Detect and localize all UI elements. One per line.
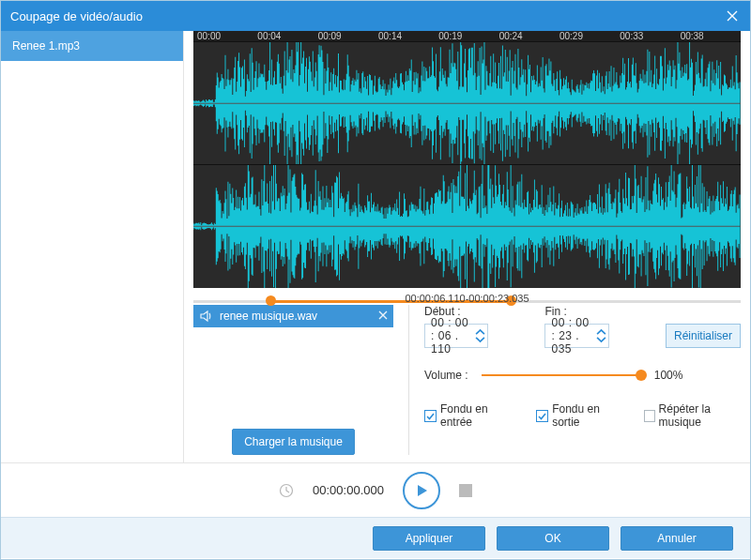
stop-button[interactable] — [459, 484, 472, 497]
sidebar: Renee 1.mp3 — [1, 31, 184, 462]
range-label: 00:00:06.110-00:00:23.035 — [405, 293, 529, 304]
remove-music-icon[interactable] — [378, 310, 388, 323]
title-bar: Coupage de vidéo/audio — [1, 1, 750, 31]
repeat-label: Répéter la musique — [659, 402, 741, 429]
reset-button[interactable]: Réinitialiser — [666, 324, 741, 348]
timeline-ruler: 00:0000:0400:0900:1400:1900:2400:2900:33… — [193, 31, 741, 41]
fade-out-checkbox[interactable]: Fondu en sortie — [536, 402, 616, 429]
spin-down-icon[interactable] — [596, 336, 606, 343]
fade-out-label: Fondu en sortie — [552, 402, 616, 429]
spin-up-icon[interactable] — [475, 328, 485, 336]
waveform-channel-left — [193, 41, 741, 164]
ruler-tick: 00:33 — [620, 31, 680, 41]
start-time-value: 00 : 00 : 06 . 110 — [431, 316, 469, 356]
repeat-checkbox[interactable]: Répéter la musique — [644, 402, 741, 429]
ok-button[interactable]: OK — [497, 526, 609, 551]
ruler-tick: 00:24 — [499, 31, 559, 41]
play-button[interactable] — [403, 472, 440, 509]
ruler-tick: 00:19 — [438, 31, 498, 41]
checkbox-icon — [644, 410, 654, 422]
speaker-icon — [199, 309, 214, 324]
ruler-tick: 00:00 — [197, 31, 257, 41]
volume-value: 100% — [654, 369, 683, 382]
volume-slider[interactable] — [482, 369, 641, 382]
waveform-area[interactable] — [193, 41, 741, 288]
transport-bar: 00:00:00.000 — [1, 462, 750, 517]
sidebar-item-file[interactable]: Renee 1.mp3 — [1, 31, 183, 61]
bottom-bar: Appliquer OK Annuler — [1, 517, 750, 558]
cancel-button[interactable]: Annuler — [621, 526, 733, 551]
window-title: Coupage de vidéo/audio — [10, 9, 143, 23]
volume-handle[interactable] — [636, 370, 647, 381]
ruler-tick: 00:09 — [318, 31, 378, 41]
start-time-input[interactable]: 00 : 00 : 06 . 110 — [424, 324, 488, 348]
checkbox-icon — [424, 410, 437, 422]
close-icon[interactable] — [724, 8, 741, 24]
music-chip[interactable]: renee musique.wav — [193, 305, 393, 327]
spin-up-icon[interactable] — [596, 328, 606, 336]
fade-in-label: Fondu en entrée — [440, 402, 508, 429]
apply-button[interactable]: Appliquer — [373, 526, 485, 551]
ruler-tick: 00:29 — [559, 31, 620, 41]
range-handle-start[interactable] — [266, 295, 276, 306]
end-time-value: 00 : 00 : 23 . 035 — [551, 316, 590, 356]
waveform-channel-right — [193, 164, 741, 287]
ruler-tick: 00:14 — [378, 31, 438, 41]
transport-time: 00:00:00.000 — [313, 483, 384, 497]
volume-label: Volume : — [424, 369, 468, 382]
music-chip-file: renee musique.wav — [220, 310, 317, 323]
load-music-button[interactable]: Charger la musique — [232, 429, 355, 455]
spin-down-icon[interactable] — [475, 336, 485, 343]
end-time-input[interactable]: 00 : 00 : 23 . 035 — [544, 324, 608, 348]
ruler-tick: 00:38 — [681, 31, 741, 41]
sidebar-item-label: Renee 1.mp3 — [12, 39, 80, 53]
checkbox-icon — [536, 410, 548, 422]
ruler-tick: 00:04 — [257, 31, 317, 41]
clock-icon — [279, 483, 294, 498]
fade-in-checkbox[interactable]: Fondu en entrée — [424, 402, 508, 429]
